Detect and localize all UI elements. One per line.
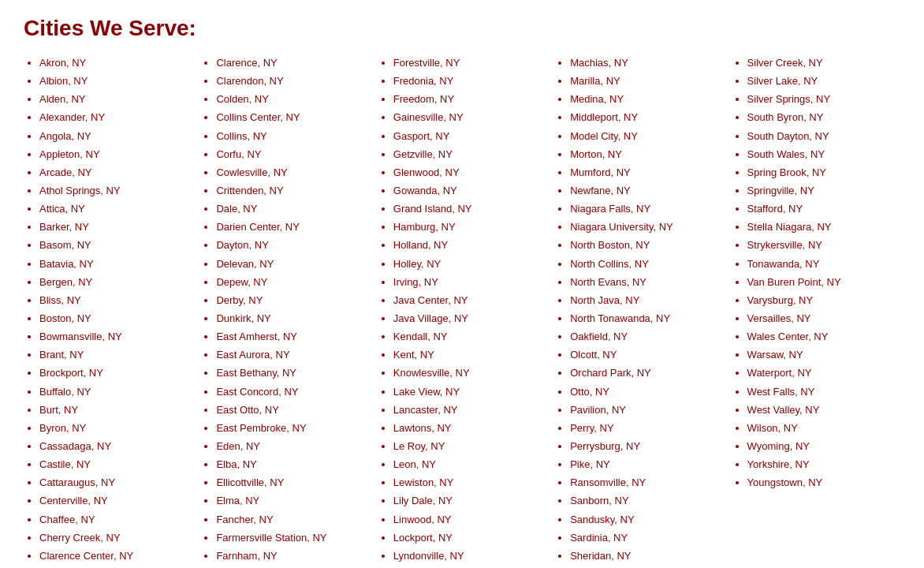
city-link[interactable]: North Collins, NY: [570, 258, 649, 270]
city-link[interactable]: Lawtons, NY: [393, 422, 452, 434]
city-link[interactable]: South Wales, NY: [747, 148, 825, 160]
city-link[interactable]: Youngstown, NY: [747, 476, 823, 488]
city-link[interactable]: Lake View, NY: [393, 386, 460, 398]
city-link[interactable]: Arcade, NY: [39, 166, 91, 178]
city-link[interactable]: Waterport, NY: [747, 367, 812, 379]
city-link[interactable]: Alexander, NY: [39, 111, 105, 123]
city-link[interactable]: Middleport, NY: [570, 111, 638, 123]
city-link[interactable]: Van Buren Point, NY: [747, 276, 841, 288]
city-link[interactable]: Cherry Creek, NY: [39, 532, 121, 544]
city-link[interactable]: East Otto, NY: [216, 404, 278, 416]
city-link[interactable]: Marilla, NY: [570, 75, 620, 87]
city-link[interactable]: Ellicottville, NY: [216, 476, 284, 488]
city-link[interactable]: Eden, NY: [216, 440, 260, 452]
city-link[interactable]: Gowanda, NY: [393, 185, 457, 196]
city-link[interactable]: Dale, NY: [216, 203, 257, 215]
city-link[interactable]: Farnham, NY: [216, 550, 277, 562]
city-link[interactable]: Athol Springs, NY: [39, 185, 121, 196]
city-link[interactable]: Appleton, NY: [39, 148, 100, 160]
city-link[interactable]: Clarendon, NY: [216, 75, 283, 87]
city-link[interactable]: Grand Island, NY: [393, 203, 472, 215]
city-link[interactable]: Lockport, NY: [393, 532, 453, 544]
city-link[interactable]: Sardinia, NY: [570, 532, 628, 544]
city-link[interactable]: Dayton, NY: [216, 239, 268, 251]
city-link[interactable]: Silver Lake, NY: [747, 75, 818, 87]
city-link[interactable]: Wales Center, NY: [747, 331, 829, 342]
city-link[interactable]: Centerville, NY: [39, 495, 108, 506]
city-link[interactable]: Le Roy, NY: [393, 440, 445, 452]
city-link[interactable]: Gainesville, NY: [393, 111, 464, 123]
city-link[interactable]: Sandusky, NY: [570, 514, 634, 525]
city-link[interactable]: Darien Center, NY: [216, 221, 300, 233]
city-link[interactable]: Lancaster, NY: [393, 404, 458, 416]
city-link[interactable]: Wilson, NY: [747, 422, 798, 434]
city-link[interactable]: Fredonia, NY: [393, 75, 454, 87]
city-link[interactable]: Castile, NY: [39, 458, 91, 470]
city-link[interactable]: Oakfield, NY: [570, 331, 628, 342]
city-link[interactable]: Brockport, NY: [39, 367, 103, 379]
city-link[interactable]: North Java, NY: [570, 294, 639, 306]
city-link[interactable]: Gasport, NY: [393, 130, 450, 142]
city-link[interactable]: Collins Center, NY: [216, 111, 300, 123]
city-link[interactable]: Tonawanda, NY: [747, 258, 820, 270]
city-link[interactable]: Cassadaga, NY: [39, 440, 111, 452]
city-link[interactable]: Java Village, NY: [393, 312, 468, 324]
city-link[interactable]: Niagara University, NY: [570, 221, 673, 233]
city-link[interactable]: Springville, NY: [747, 185, 814, 196]
city-link[interactable]: Kendall, NY: [393, 331, 448, 342]
city-link[interactable]: Varysburg, NY: [747, 294, 814, 306]
city-link[interactable]: Otto, NY: [570, 386, 609, 398]
city-link[interactable]: Wyoming, NY: [747, 440, 810, 452]
city-link[interactable]: Warsaw, NY: [747, 349, 803, 361]
city-link[interactable]: Java Center, NY: [393, 294, 468, 306]
city-link[interactable]: Albion, NY: [39, 75, 88, 87]
city-link[interactable]: Holley, NY: [393, 258, 441, 270]
city-link[interactable]: Hamburg, NY: [393, 221, 456, 233]
city-link[interactable]: East Aurora, NY: [216, 349, 289, 361]
city-link[interactable]: Akron, NY: [39, 57, 86, 69]
city-link[interactable]: Bowmansville, NY: [39, 331, 122, 342]
city-link[interactable]: Lily Dale, NY: [393, 495, 453, 506]
city-link[interactable]: Batavia, NY: [39, 258, 94, 270]
city-link[interactable]: Cattaraugus, NY: [39, 476, 115, 488]
city-link[interactable]: Stafford, NY: [747, 203, 803, 215]
city-link[interactable]: Byron, NY: [39, 422, 86, 434]
city-link[interactable]: Sheridan, NY: [570, 550, 631, 562]
city-link[interactable]: Colden, NY: [216, 93, 268, 105]
city-link[interactable]: Newfane, NY: [570, 185, 631, 196]
city-link[interactable]: Buffalo, NY: [39, 386, 91, 398]
city-link[interactable]: Derby, NY: [216, 294, 263, 306]
city-link[interactable]: Freedom, NY: [393, 93, 454, 105]
city-link[interactable]: West Falls, NY: [747, 386, 815, 398]
city-link[interactable]: Stella Niagara, NY: [747, 221, 832, 233]
city-link[interactable]: Crittenden, NY: [216, 185, 283, 196]
city-link[interactable]: Model City, NY: [570, 130, 638, 142]
city-link[interactable]: Yorkshire, NY: [747, 458, 810, 470]
city-link[interactable]: Morton, NY: [570, 148, 622, 160]
city-link[interactable]: Delevan, NY: [216, 258, 274, 270]
city-link[interactable]: Versailles, NY: [747, 312, 811, 324]
city-link[interactable]: Fancher, NY: [216, 514, 273, 525]
city-link[interactable]: Knowlesville, NY: [393, 367, 470, 379]
city-link[interactable]: Basom, NY: [39, 239, 91, 251]
city-link[interactable]: Machias, NY: [570, 57, 628, 69]
city-link[interactable]: Olcott, NY: [570, 349, 617, 361]
city-link[interactable]: West Valley, NY: [747, 404, 820, 416]
city-link[interactable]: Clarence, NY: [216, 57, 277, 69]
city-link[interactable]: Lyndonville, NY: [393, 550, 464, 562]
city-link[interactable]: North Boston, NY: [570, 239, 650, 251]
city-link[interactable]: Irving, NY: [393, 276, 438, 288]
city-link[interactable]: Clarence Center, NY: [39, 550, 133, 562]
city-link[interactable]: Attica, NY: [39, 203, 85, 215]
city-link[interactable]: Holland, NY: [393, 239, 448, 251]
city-link[interactable]: Boston, NY: [39, 312, 91, 324]
city-link[interactable]: Medina, NY: [570, 93, 624, 105]
city-link[interactable]: Brant, NY: [39, 349, 84, 361]
city-link[interactable]: Linwood, NY: [393, 514, 452, 525]
city-link[interactable]: Pike, NY: [570, 458, 610, 470]
city-link[interactable]: Getzville, NY: [393, 148, 453, 160]
city-link[interactable]: Mumford, NY: [570, 166, 631, 178]
city-link[interactable]: Ransomville, NY: [570, 476, 646, 488]
city-link[interactable]: Elba, NY: [216, 458, 256, 470]
city-link[interactable]: Silver Springs, NY: [747, 93, 830, 105]
